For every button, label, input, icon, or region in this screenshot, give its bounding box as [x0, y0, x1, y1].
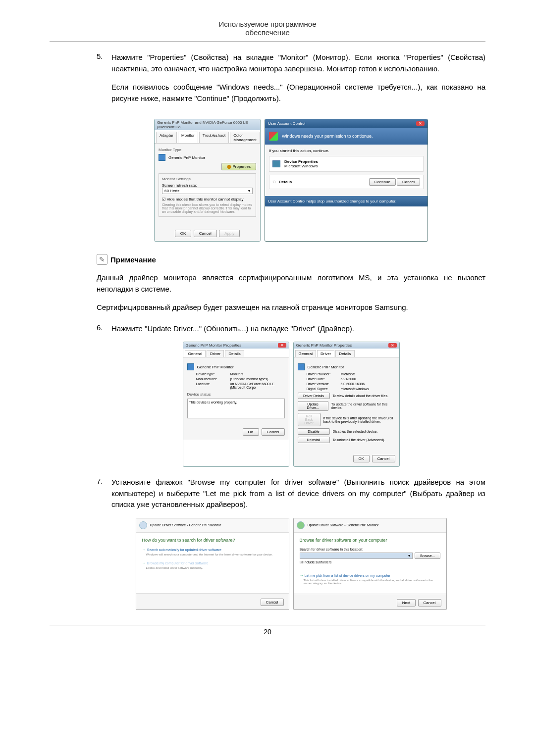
dialog1-title: Generic PnP Monitor and NVIDIA GeForce 6…: [157, 120, 258, 129]
monitor-icon: [159, 154, 165, 161]
driver-date-value: 6/21/2006: [341, 377, 395, 381]
props2-title: Generic PnP Monitor Properties: [296, 343, 352, 348]
props2-name: Generic PnP Monitor: [308, 365, 344, 369]
wiz1-opt1-sub: Windows will search your computer and th…: [146, 553, 283, 556]
monitor-name: Generic PnP Monitor: [168, 155, 205, 160]
wiz1-heading: How do you want to search for driver sof…: [142, 538, 283, 543]
step7-number: 7.: [97, 477, 111, 510]
uac-banner: Windows needs your permission to contion…: [282, 134, 373, 139]
wiz2-pick-link[interactable]: Let me pick from a list of device driver…: [305, 574, 390, 577]
device-status-value: This device is working properly.: [187, 399, 285, 418]
wiz2-cancel-button[interactable]: Cancel: [418, 599, 441, 606]
refresh-rate-label: Screen refresh rate:: [162, 183, 253, 188]
wiz1-cancel-button[interactable]: Cancel: [261, 599, 284, 606]
rollback-button[interactable]: Roll Back Driver: [298, 413, 321, 426]
include-checkbox[interactable]: ☑: [300, 560, 303, 564]
device-icon: [272, 160, 280, 167]
hide-modes-label: Hide modes that this monitor cannot disp…: [166, 197, 243, 202]
update-driver-button[interactable]: Update Driver...: [298, 401, 328, 411]
wiz2-search-loc-label: Search for driver software in this locat…: [300, 548, 440, 551]
props1-cancel-button[interactable]: Cancel: [262, 428, 285, 436]
props1-close-icon[interactable]: ✕: [278, 343, 286, 348]
back-button-icon[interactable]: [297, 521, 305, 529]
tab-troubleshoot[interactable]: Troubleshoot: [199, 132, 229, 143]
props2-cancel-button[interactable]: Cancel: [372, 455, 395, 462]
uac-cancel-button[interactable]: Cancel: [397, 178, 420, 186]
arrow-icon: →: [142, 548, 147, 552]
header-line-2: обеспечение: [50, 28, 485, 37]
note-title: Примечание: [110, 255, 156, 264]
step5-p2: Если появилось сообщение "Windows needs.…: [111, 82, 485, 104]
wiz2-pick-sub: This list will show installed driver sof…: [304, 579, 440, 585]
device-type-label: Device type:: [196, 372, 228, 376]
tab-monitor[interactable]: Monitor: [178, 132, 198, 143]
provider-label: Driver Provider:: [307, 372, 339, 376]
wiz2-heading: Browse for driver software on your compu…: [300, 538, 440, 543]
dialog1-titlebar: Generic PnP Monitor and NVIDIA GeForce 6…: [155, 119, 260, 130]
wiz2-path-input[interactable]: ▾: [300, 553, 413, 559]
wiz1-opt1[interactable]: Search automatically for updated driver …: [147, 548, 221, 552]
location-label: Location:: [196, 382, 228, 389]
manufacturer-value: (Standard monitor types): [230, 377, 285, 381]
props1-tab-details[interactable]: Details: [225, 350, 244, 357]
tab-color[interactable]: Color Management: [230, 132, 260, 143]
props1-ok-button[interactable]: OK: [243, 428, 260, 436]
uac-if-started: If you started this action, continue.: [269, 149, 424, 153]
driver-date-label: Driver Date:: [307, 377, 339, 381]
step7-text: Установите флажок "Browse my computer fo…: [111, 477, 485, 510]
dialog1-cancel-button[interactable]: Cancel: [194, 230, 217, 237]
props1-title: Generic PnP Monitor Properties: [186, 343, 242, 348]
hide-modes-checkbox[interactable]: ☑: [162, 197, 165, 202]
chevron-down-icon[interactable]: ⊙: [272, 180, 276, 184]
uninstall-desc: To uninstall the driver (Advanced).: [333, 438, 385, 442]
dialog1-ok-button[interactable]: OK: [175, 230, 192, 237]
page-number: 20: [50, 625, 485, 636]
wiz2-browse-button[interactable]: Browse...: [415, 553, 440, 559]
wiz1-opt2-sub: Locate and install driver software manua…: [146, 566, 283, 569]
monitor-settings-label: Monitor Settings: [162, 177, 253, 181]
wiz1-breadcrumb: Update Driver Software - Generic PnP Mon…: [150, 523, 221, 527]
dialog1-apply-button[interactable]: Apply: [219, 230, 240, 237]
note-icon: ✎: [97, 254, 107, 265]
props1-tab-general[interactable]: General: [185, 350, 206, 357]
properties-button[interactable]: ⬤ Properties: [221, 163, 256, 170]
refresh-rate-select[interactable]: 60 Hertz▾: [162, 188, 253, 194]
hide-modes-help: Clearing this check box allows you to se…: [162, 203, 253, 213]
uac-details[interactable]: Details: [279, 180, 292, 184]
wiz2-next-button[interactable]: Next: [397, 599, 416, 606]
props2-ok-button[interactable]: OK: [353, 455, 370, 462]
device-status-label: Device status: [187, 392, 285, 397]
device-type-value: Monitors: [230, 372, 285, 376]
props2-close-icon[interactable]: ✕: [388, 343, 397, 348]
tab-adapter[interactable]: Adapter: [156, 132, 177, 143]
arrow-icon: →: [300, 573, 305, 578]
monitor-type-label: Monitor Type: [159, 148, 256, 152]
uac-title: User Account Control: [268, 121, 306, 126]
manufacturer-label: Manufacturer:: [196, 377, 228, 381]
props2-monitor-icon: [298, 363, 305, 370]
uac-ms-windows: Microsoft Windows: [284, 164, 318, 168]
props2-tab-driver[interactable]: Driver: [317, 350, 334, 357]
provider-value: Microsoft: [341, 372, 395, 376]
uac-close-icon[interactable]: ✕: [416, 121, 425, 126]
rollback-desc: If the device fails after updating the d…: [323, 416, 395, 423]
props1-name: Generic PnP Monitor: [197, 365, 234, 369]
driver-details-button[interactable]: Driver Details: [298, 393, 330, 399]
props1-tab-driver[interactable]: Driver: [207, 350, 224, 357]
wiz1-opt2[interactable]: Browse my computer for driver software: [147, 561, 209, 565]
driver-version-label: Driver Version:: [307, 382, 339, 386]
props2-tab-general[interactable]: General: [295, 350, 316, 357]
wiz2-include-label: Include subfolders: [303, 560, 331, 564]
uninstall-button[interactable]: Uninstall: [298, 437, 330, 443]
step5-p1: Нажмите "Properties" (Свойства) на вклад…: [111, 52, 485, 74]
driver-details-desc: To view details about the driver files.: [333, 394, 388, 398]
back-button-icon[interactable]: [139, 521, 147, 529]
uac-continue-button[interactable]: Continue: [369, 178, 396, 186]
note-p2: Сертифицированный драйвер будет размещен…: [97, 302, 485, 313]
step6-number: 6.: [97, 323, 111, 335]
signer-value: microsoft windows: [341, 387, 395, 391]
props2-tab-details[interactable]: Details: [335, 350, 354, 357]
signer-label: Digital Signer:: [307, 387, 339, 391]
disable-desc: Disables the selected device.: [333, 430, 378, 433]
disable-button[interactable]: Disable: [298, 428, 330, 435]
